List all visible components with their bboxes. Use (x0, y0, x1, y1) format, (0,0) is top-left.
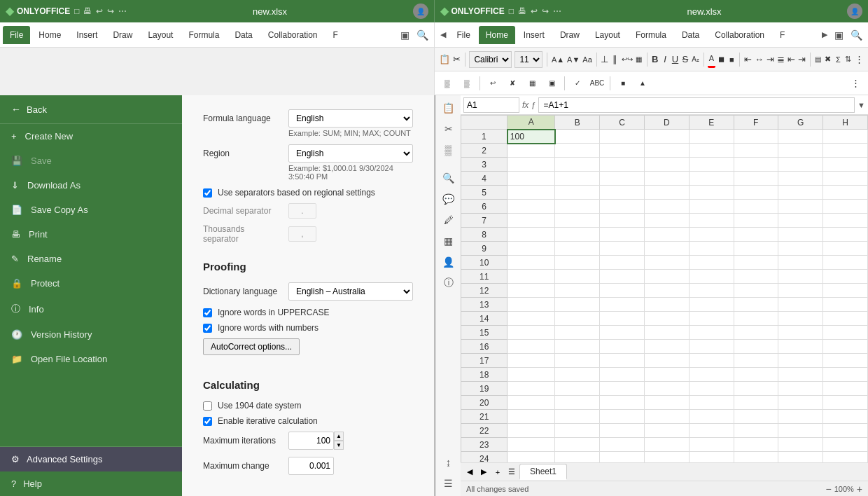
cell-D3[interactable] (644, 158, 689, 172)
cell-E10[interactable] (689, 256, 734, 270)
back-button[interactable]: ← Back (0, 95, 182, 124)
cell-style[interactable]: ▣ (543, 75, 560, 92)
cell-F10[interactable] (734, 256, 778, 270)
menu-item-save-copy-as[interactable]: 📄 Save Copy As (0, 198, 182, 222)
side-btn-info[interactable]: ⓘ (439, 273, 458, 293)
tab-layout-left[interactable]: Layout (141, 26, 180, 44)
row-num-17[interactable]: 17 (461, 354, 507, 368)
use-1904-checkbox[interactable] (203, 401, 212, 411)
cell-B12[interactable] (555, 284, 600, 298)
row-num-20[interactable]: 20 (461, 396, 507, 410)
cell-E2[interactable] (689, 144, 734, 158)
cell-H11[interactable] (823, 270, 868, 284)
zoom-decrease[interactable]: − (825, 483, 831, 495)
cell-G10[interactable] (778, 256, 823, 270)
align-middle[interactable]: ∥ (611, 51, 618, 68)
cell-F19[interactable] (734, 382, 778, 396)
font-color[interactable]: A (708, 51, 715, 68)
cell-E21[interactable] (689, 410, 734, 424)
cell-D17[interactable] (644, 354, 689, 368)
titlebar-icon-more-right[interactable]: ⋯ (553, 6, 561, 16)
max-iterations-spinner[interactable]: ▲ ▼ (334, 432, 344, 450)
cell-C7[interactable] (600, 214, 645, 228)
cell-G4[interactable] (778, 172, 823, 186)
cell-C6[interactable] (600, 200, 645, 214)
cell-B24[interactable] (555, 452, 600, 463)
row-num-4[interactable]: 4 (461, 172, 507, 186)
cell-C19[interactable] (600, 382, 645, 396)
cell-D2[interactable] (644, 144, 689, 158)
col-header-B[interactable]: B (555, 116, 600, 130)
cell-H17[interactable] (823, 354, 868, 368)
cell-H9[interactable] (823, 242, 868, 256)
row-num-13[interactable]: 13 (461, 298, 507, 312)
cell-C4[interactable] (600, 172, 645, 186)
wrap-text2[interactable]: ↩ (484, 75, 501, 92)
cell-C12[interactable] (600, 284, 645, 298)
table[interactable]: ▦ (524, 75, 540, 92)
side-btn-chat[interactable]: 💬 (439, 189, 458, 209)
cell-A4[interactable] (507, 172, 555, 186)
formula-expand-icon[interactable]: ▼ (858, 101, 865, 109)
cell-G20[interactable] (778, 396, 823, 410)
cell-C17[interactable] (600, 354, 645, 368)
sheet-add[interactable]: + (491, 466, 504, 478)
max-change-input[interactable] (288, 457, 334, 475)
cell-B11[interactable] (555, 270, 600, 284)
cell-E15[interactable] (689, 326, 734, 340)
cell-D7[interactable] (644, 214, 689, 228)
max-iterations-down[interactable]: ▼ (334, 441, 344, 450)
titlebar-icon-print-left[interactable]: 🖶 (83, 6, 92, 16)
ignore-numbers-checkbox[interactable] (203, 324, 212, 333)
menu-item-rename[interactable]: ✎ Rename (0, 247, 182, 271)
cell-A2[interactable] (507, 144, 555, 158)
cell-D4[interactable] (644, 172, 689, 186)
col-header-C[interactable]: C (600, 116, 645, 130)
cell-H1[interactable] (823, 130, 868, 144)
cell-E3[interactable] (689, 158, 734, 172)
sum[interactable]: Σ (834, 51, 841, 68)
cell-A5[interactable] (507, 186, 555, 200)
cell-C24[interactable] (600, 452, 645, 463)
sheet-tab-sheet1[interactable]: Sheet1 (519, 464, 567, 480)
align-center[interactable]: ↔ (755, 51, 764, 68)
row-num-22[interactable]: 22 (461, 424, 507, 438)
cell-E19[interactable] (689, 382, 734, 396)
tab-home-left[interactable]: Home (31, 26, 68, 44)
cell-C18[interactable] (600, 368, 645, 382)
cell-F4[interactable] (734, 172, 778, 186)
sort[interactable]: ⇅ (845, 51, 852, 68)
cell-B19[interactable] (555, 382, 600, 396)
row-num-9[interactable]: 9 (461, 242, 507, 256)
tab-draw-left[interactable]: Draw (106, 26, 139, 44)
side-btn-copy[interactable]: 📋 (439, 98, 458, 118)
cell-A9[interactable] (507, 242, 555, 256)
cell-C14[interactable] (600, 312, 645, 326)
align-right[interactable]: ⇥ (766, 51, 774, 68)
row-num-11[interactable]: 11 (461, 270, 507, 284)
cell-C20[interactable] (600, 396, 645, 410)
ribbon-icon-cell-right[interactable]: ▣ (832, 27, 846, 43)
freeze[interactable]: ■ (615, 75, 631, 92)
cell-F18[interactable] (734, 368, 778, 382)
toolbar-copy[interactable]: 📋 (439, 51, 450, 68)
cell-H19[interactable] (823, 382, 868, 396)
sheet-nav-left[interactable]: ◀ (463, 466, 476, 478)
titlebar-icon-redo-right[interactable]: ↪ (542, 6, 549, 16)
cell-F22[interactable] (734, 424, 778, 438)
titlebar-icon-undo-right[interactable]: ↩ (531, 6, 538, 16)
row-num-1[interactable]: 1 (461, 130, 507, 144)
cell-F21[interactable] (734, 410, 778, 424)
cell-E22[interactable] (689, 424, 734, 438)
ribbon-icon-search-right[interactable]: 🔍 (848, 27, 865, 43)
font-size-select[interactable]: 11 (514, 51, 542, 68)
decimal-separator-input[interactable] (288, 203, 316, 219)
cell-H8[interactable] (823, 228, 868, 242)
cell-F23[interactable] (734, 438, 778, 452)
tab-insert-right[interactable]: Insert (517, 26, 552, 44)
row-num-24[interactable]: 24 (461, 452, 507, 463)
cell-G3[interactable] (778, 158, 823, 172)
cell-G18[interactable] (778, 368, 823, 382)
toolbar-paste[interactable]: ▒ (439, 75, 456, 92)
cell-F13[interactable] (734, 298, 778, 312)
